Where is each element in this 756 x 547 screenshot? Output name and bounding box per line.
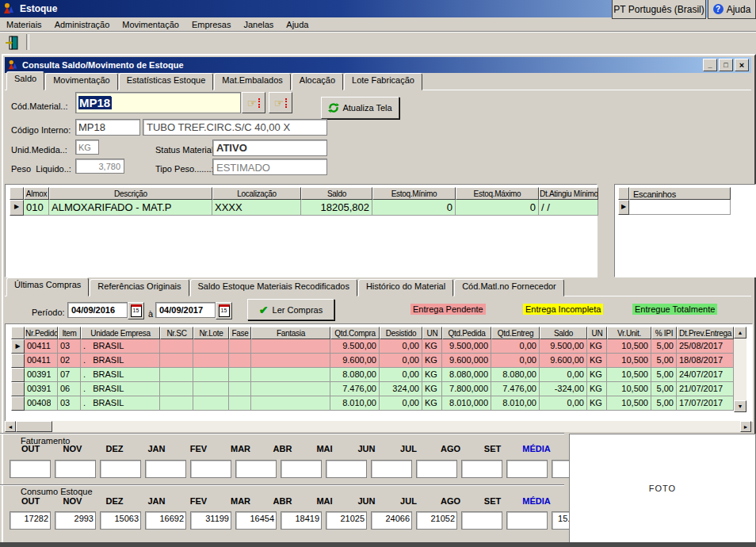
compras-vscrollbar[interactable]: ▲ ▼ — [734, 327, 746, 412]
tab-lote-fabricacao[interactable]: Lote Fabricação — [344, 73, 422, 90]
compras-col-un2[interactable]: UN — [587, 327, 607, 339]
restore-icon[interactable]: □ — [719, 59, 733, 71]
compras-col-ipi[interactable]: % IPI — [651, 327, 677, 339]
faturamento-value-input[interactable] — [145, 460, 186, 478]
codigo-interno-value[interactable]: MP18 — [75, 119, 140, 136]
consumo-value-input[interactable]: 16454 — [235, 511, 277, 530]
almox-col-estoq-minimo[interactable]: Estoq.Mínimo — [372, 187, 456, 200]
consumo-value-input[interactable] — [461, 511, 502, 530]
faturamento-value-input[interactable] — [10, 460, 51, 478]
periodo-to-input[interactable]: 04/09/2017 — [155, 302, 216, 318]
almox-col-localizacao[interactable]: Localização — [212, 187, 301, 200]
consumo-value-input[interactable]: 18419 — [281, 511, 322, 530]
compras-col-nr-pedido[interactable]: Nr.Pedido — [25, 327, 58, 339]
almox-col-almox[interactable]: Almox — [24, 187, 49, 200]
periodo-from-calendar-button[interactable]: 15 — [128, 302, 144, 319]
faturamento-value-input[interactable] — [55, 460, 96, 478]
minimize-icon[interactable]: _ — [703, 59, 717, 71]
tab-movimentacao[interactable]: Movimentação — [45, 73, 118, 90]
atualiza-tela-button[interactable]: Atualiza Tela — [321, 97, 399, 119]
compras-row[interactable]: ▶ 00411 03 . BRASIL 9.500,00 0,00 KG 9.5… — [11, 339, 734, 354]
help-button[interactable]: ? Ajuda — [708, 0, 756, 19]
scroll-right-icon[interactable]: ► — [740, 421, 751, 432]
hscroll-thumb[interactable] — [16, 421, 52, 432]
periodo-from-input[interactable]: 04/09/2016 — [67, 302, 128, 318]
compras-col-vr-unit[interactable]: Vr.Unit. — [607, 327, 651, 339]
faturamento-value-input[interactable] — [281, 460, 322, 478]
cell-desistido: 0,00 — [380, 368, 422, 382]
almox-col-saldo[interactable]: Saldo — [301, 187, 372, 200]
tab-ultimas-compras[interactable]: Últimas Compras — [6, 277, 89, 296]
menu-materiais[interactable]: Materiais — [0, 19, 48, 30]
almox-col-descricao[interactable]: Descrição — [49, 187, 212, 200]
compras-col-qtd-entreg[interactable]: Qtd.Entreg — [491, 327, 540, 339]
consumo-value-input[interactable]: 21052 — [416, 511, 457, 530]
faturamento-value-input[interactable] — [506, 460, 548, 478]
compras-col-qtd-compra[interactable]: Qtd.Compra — [330, 327, 380, 339]
menu-janelas[interactable]: Janelas — [237, 19, 280, 30]
almox-col-dt-atingiu[interactable]: Dt.Atingiu Mínimo — [539, 187, 598, 200]
lookup-button-1[interactable]: ☞ — [242, 92, 265, 113]
consumo-value-input[interactable]: 21025 — [326, 511, 367, 530]
tab-mat-embalados[interactable]: Mat.Embalados — [214, 73, 290, 90]
cod-material-input[interactable]: MP18 — [75, 92, 241, 113]
menu-ajuda[interactable]: Ajuda — [280, 19, 315, 30]
tab-referencias-originais[interactable]: Referências Originais — [90, 279, 189, 296]
compras-col-un1[interactable]: UN — [422, 327, 442, 339]
tab-alocacao[interactable]: Alocação — [292, 73, 343, 90]
compras-row[interactable]: 00391 06 . BRASIL 7.476,00 324,00 KG 7.8… — [11, 382, 734, 396]
tab-saldo-estoque-recodificados[interactable]: Saldo Estoque Materiais Recodificados — [190, 279, 357, 296]
close-icon[interactable]: × — [735, 59, 749, 71]
compras-col-saldo[interactable]: Saldo — [540, 327, 587, 339]
compras-row[interactable]: 00408 03 . BRASIL 8.010,00 0,00 KG 8.010… — [11, 396, 734, 411]
scroll-down-icon[interactable]: ▼ — [734, 400, 746, 412]
compras-col-fantasia[interactable]: Fantasia — [251, 327, 330, 339]
month-label: AGO — [430, 496, 472, 506]
compras-col-dt-prev-entrega[interactable]: Dt.Prev.Entrega — [677, 327, 734, 339]
consumo-value-input[interactable]: 15063 — [100, 511, 141, 530]
escaninhos-col-header[interactable]: Escaninhos — [629, 187, 731, 200]
consumo-value-input[interactable]: 2993 — [55, 511, 96, 530]
consumo-value-input[interactable]: 16692 — [145, 511, 186, 530]
faturamento-value-input[interactable] — [235, 460, 277, 478]
compras-col-nr-sc[interactable]: Nr.SC — [160, 327, 193, 339]
almox-col-estoq-maximo[interactable]: Estoq.Máximo — [456, 187, 539, 200]
cell-qtd-pedida: 8.010,000 — [442, 396, 491, 411]
scroll-left-icon[interactable]: ◄ — [5, 421, 16, 432]
consumo-value-input[interactable]: 24066 — [371, 511, 412, 530]
tab-saldo[interactable]: Saldo — [6, 71, 44, 90]
compras-row[interactable]: 00391 07 . BRASIL 8.080,00 0,00 KG 8.080… — [11, 368, 734, 382]
compras-col-desistido[interactable]: Desistido — [380, 327, 422, 339]
menu-movimentacao[interactable]: Movimentação — [116, 19, 185, 30]
ler-compras-button[interactable]: ✔ Ler Compras — [247, 299, 334, 320]
faturamento-value-input[interactable] — [416, 460, 457, 478]
periodo-to-calendar-button[interactable]: 15 — [216, 302, 232, 319]
compras-col-nr-lote[interactable]: Nr.Lote — [193, 327, 229, 339]
scroll-up-icon[interactable]: ▲ — [734, 327, 746, 339]
consumo-value-input[interactable]: 17282 — [10, 511, 51, 530]
exit-button[interactable] — [2, 33, 23, 52]
compras-col-unidade-empresa[interactable]: Unidade Empresa — [81, 327, 160, 339]
compras-hscrollbar[interactable]: ◄ ► — [5, 421, 751, 432]
tab-historico-material[interactable]: Histórico do Material — [358, 279, 453, 296]
almox-row[interactable]: ▶ 010 ALMOXARIFADO - MAT.P XXXX 18205,80… — [10, 200, 598, 216]
faturamento-value-input[interactable] — [190, 460, 231, 478]
menu-empresas[interactable]: Empresas — [185, 19, 238, 30]
faturamento-value-input[interactable] — [326, 460, 367, 478]
compras-row[interactable]: 00411 02 . BRASIL 9.600,00 0,00 KG 9.600… — [11, 354, 734, 368]
compras-col-qtd-pedida[interactable]: Qtd.Pedida — [442, 327, 491, 339]
lookup-button-2[interactable]: ☞ — [269, 92, 292, 113]
compras-col-fase[interactable]: Fase — [229, 327, 251, 339]
consumo-value-input[interactable] — [506, 511, 548, 530]
cell-qtd-compra: 9.600,00 — [330, 354, 380, 368]
language-button[interactable]: PT Português (Brasil) — [612, 0, 706, 19]
faturamento-value-input[interactable] — [100, 460, 141, 478]
faturamento-value-input[interactable] — [461, 460, 502, 478]
compras-col-item[interactable]: Item — [58, 327, 81, 339]
faturamento-value-input[interactable] — [371, 460, 412, 478]
tab-estatisticas-estoque[interactable]: Estatísticas Estoque — [119, 73, 214, 90]
menu-administracao[interactable]: Administração — [48, 19, 116, 30]
cell-un1: KG — [422, 382, 442, 396]
consumo-value-input[interactable]: 31199 — [190, 511, 231, 530]
tab-cod-matl-fornecedor[interactable]: Cód.Matl.no Fornecedor — [454, 279, 564, 296]
